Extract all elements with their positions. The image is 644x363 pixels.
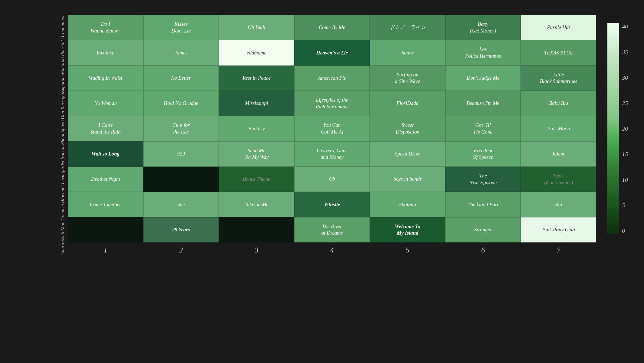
cell-text: Freedom Of Speech [472,147,494,161]
cell-text: Suave [401,50,414,56]
y-axis-label [16,15,33,259]
cell-text: Mississippi [245,100,268,107]
cell-text: She [177,201,185,208]
heatmap-cell: Come Together [68,192,143,217]
legend-label: 15 [622,151,628,158]
heatmap-cell: Blu [521,192,596,217]
heatmap-cell: Mississippi [219,91,294,116]
week-labels-row: 1234567 [33,246,596,254]
cell-text: Lifestyles of the Rich & Famous [316,97,348,110]
cell-text: Invaincu [96,50,114,56]
heatmap-cell: Come By Me [294,15,370,40]
cell-text: Welcome To My Island [395,223,420,236]
cell-text: Baby Blu [549,100,568,107]
cell-text: Purple Hat [547,24,570,31]
heatmap-cell: Baby Blu [521,91,596,116]
submitter-name-label: Racquel Levia [60,173,66,201]
heatmap-cell: Invaincu [68,40,143,65]
heatmap-cell: Speed Drive [370,141,445,167]
heatmap-cell: You Can Call Me Al [294,116,370,141]
cell-text: Bones Theme [243,176,271,183]
legend-label: 30 [622,74,628,81]
cell-text: Betty (Get Money) [470,21,496,34]
cell-text: edamame [247,50,266,56]
grid-section: ConnnnnorEduardo Puerta C.skpurdueDan Ke… [33,15,596,259]
cell-text: Do I Wanna Know? [91,21,121,34]
heatmap-cell: Purple Hat [521,15,596,40]
cell-text: ドミノ・ライン [389,24,426,31]
row-label-item: Dan Kerrigan [33,92,68,119]
cell-text: The River of Dreams [321,223,343,236]
cell-text: Sweet Disposition [396,122,420,135]
cell-text: Come Together [90,201,121,208]
heatmap-cell: Got 'Til It's Gone [445,116,521,141]
cell-text: Because I'm Me [467,100,500,107]
legend-label: 40 [622,23,628,30]
heatmap-cell: Pink Pony Club [521,217,596,242]
cell-text: Lawyers, Guns and Money [317,147,347,161]
heatmap-cell: Surfing on a Sine Wave [370,66,445,91]
cell-text: The Good Part [468,201,498,208]
cell-text: Pink Moon [547,125,570,132]
cell-text: Send Me On My Way [244,147,269,161]
page: ConnnnnorEduardo Puerta C.skpurdueDan Ke… [0,0,644,363]
row-label-item: Shani Spivak [33,119,68,145]
heatmap-cell: The Good Part [445,192,521,217]
heatmap-cell: Bones Theme [219,167,294,192]
heatmap-cell: Sweet Disposition [370,116,445,141]
cell-text: Don't Judge Me [467,75,500,82]
cell-text: Cure for the Itch [172,122,190,135]
heatmap-cell: Because I'm Me [445,91,521,116]
cell-text: Hold No Grudge [164,100,198,107]
heatmap-cell: Little Black Submarines [521,66,596,91]
cell-text: Take on Me [244,201,268,208]
cell-text: 29 Years [172,226,190,233]
heatmap-cell [68,217,143,242]
cell-text: James [175,50,187,56]
week-number-label: 4 [294,246,370,254]
cell-text: Got 'Til It's Gone [474,122,492,135]
legend-bar [607,23,619,234]
week-number-label: 6 [445,246,521,254]
cell-text: You Can Call Me Al [321,122,343,135]
cell-text: Oh Yeah [248,24,265,31]
heatmap-cell [143,167,219,192]
submitter-name-label: Eduardo Puerta C. [60,37,66,74]
heatmap-cell: Ob [294,167,370,192]
heatmap-cell: Heaven's a Lie [294,40,370,65]
heatmap-cell: Welcome To My Island [370,217,445,242]
heatmap-cell: Do I Wanna Know? [68,15,143,40]
heatmap-cell: Dead of Night [68,167,143,192]
week-number-label: 5 [370,246,445,254]
cell-text: Pink Pony Club [542,226,575,233]
legend-label: 5 [622,202,628,209]
cell-text: Surfing on a Sine Wave [395,72,420,85]
legend-label: 10 [622,176,628,183]
row-label-item: Eduardo Puerta C. [33,37,68,74]
cell-text: TEXAS BLUE [544,50,573,56]
submitter-name-label: Mac Creamery [60,201,66,231]
chart-title [0,0,644,15]
heatmap-cell: No Woman [68,91,143,116]
cell-text: boys in bands [393,176,422,183]
heatmap-cell: James [143,40,219,65]
cell-text: Stronger [474,226,492,233]
cell-text: The Next Episode [469,173,497,186]
heatmap-cell: The Next Episode [445,167,521,192]
legend-label: 0 [622,227,628,234]
heatmap-cell: Send Me On My Way [219,141,294,167]
heatmap-cell: Freedom Of Speech [445,141,521,167]
row-labels: ConnnnnorEduardo Puerta C.skpurdueDan Ke… [33,15,68,242]
heatmap-cell: ドミノ・ライン [370,15,445,40]
cell-text: Shotgun [399,201,416,208]
cell-text: No Better [171,75,191,82]
legend-label: 20 [622,125,628,132]
heatmap-cell: Los Pollos Hermanos [445,40,521,65]
cell-text: Fantasy [248,125,265,132]
heatmap-cell: Don't Judge Me [445,66,521,91]
heatmap-cell: Oh Yeah [219,15,294,40]
heatmap-cell: Shotgun [370,192,445,217]
heatmap-cell: Stronger [445,217,521,242]
cell-text: No Woman [94,100,117,107]
cell-text: American Pie [318,75,346,82]
